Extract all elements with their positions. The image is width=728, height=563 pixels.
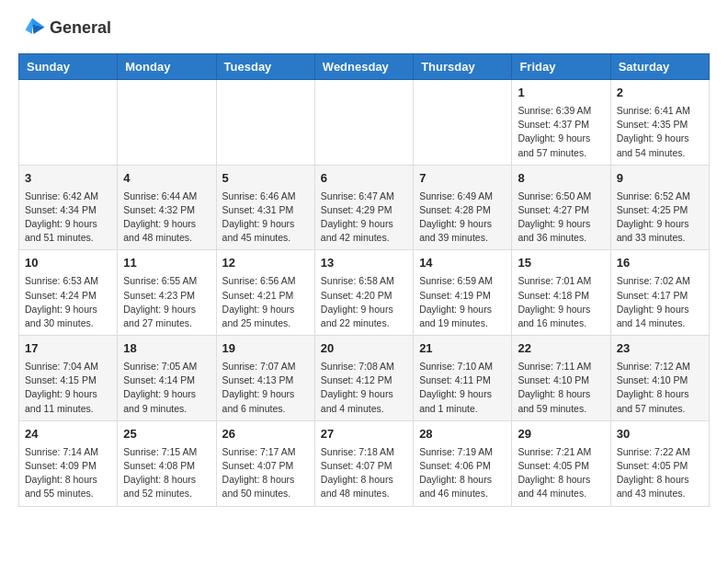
day-info: Sunrise: 7:04 AM Sunset: 4:15 PM Dayligh…: [25, 360, 111, 416]
day-number: 7: [419, 170, 506, 188]
day-number: 19: [222, 340, 309, 358]
day-number: 9: [617, 170, 703, 188]
day-number: 29: [518, 426, 604, 443]
calendar-week-row: 24Sunrise: 7:14 AM Sunset: 4:09 PM Dayli…: [19, 420, 710, 506]
day-info: Sunrise: 7:08 AM Sunset: 4:12 PM Dayligh…: [321, 360, 407, 416]
calendar-day-cell: 22Sunrise: 7:11 AM Sunset: 4:10 PM Dayli…: [512, 336, 610, 421]
calendar-day-cell: 1Sunrise: 6:39 AM Sunset: 4:37 PM Daylig…: [512, 80, 610, 166]
day-number: 24: [25, 426, 111, 443]
calendar-day-cell: 8Sunrise: 6:50 AM Sunset: 4:27 PM Daylig…: [512, 165, 610, 250]
weekday-header: Saturday: [610, 54, 709, 80]
calendar-day-cell: 5Sunrise: 6:46 AM Sunset: 4:31 PM Daylig…: [216, 165, 314, 250]
calendar-week-row: 10Sunrise: 6:53 AM Sunset: 4:24 PM Dayli…: [19, 250, 710, 336]
weekday-header: Thursday: [414, 54, 512, 80]
svg-marker-2: [26, 18, 33, 34]
day-number: 14: [419, 255, 506, 272]
calendar-day-cell: 30Sunrise: 7:22 AM Sunset: 4:05 PM Dayli…: [610, 420, 709, 506]
day-info: Sunrise: 7:19 AM Sunset: 4:06 PM Dayligh…: [419, 445, 506, 501]
day-info: Sunrise: 7:07 AM Sunset: 4:13 PM Dayligh…: [222, 360, 309, 416]
calendar-day-cell: 21Sunrise: 7:10 AM Sunset: 4:11 PM Dayli…: [414, 336, 512, 421]
weekday-header: Sunday: [19, 54, 118, 80]
calendar-day-cell: 26Sunrise: 7:17 AM Sunset: 4:07 PM Dayli…: [216, 420, 314, 506]
day-number: 27: [321, 426, 407, 443]
day-number: 23: [617, 340, 703, 358]
day-number: 26: [222, 426, 309, 443]
day-number: 6: [321, 170, 407, 188]
day-info: Sunrise: 7:12 AM Sunset: 4:10 PM Dayligh…: [617, 360, 703, 416]
calendar-day-cell: 3Sunrise: 6:42 AM Sunset: 4:34 PM Daylig…: [19, 165, 118, 250]
calendar-day-cell: 11Sunrise: 6:55 AM Sunset: 4:23 PM Dayli…: [118, 250, 216, 336]
day-info: Sunrise: 7:17 AM Sunset: 4:07 PM Dayligh…: [222, 445, 309, 501]
weekday-header: Friday: [512, 54, 610, 80]
calendar-day-cell: 23Sunrise: 7:12 AM Sunset: 4:10 PM Dayli…: [610, 336, 709, 421]
calendar-day-cell: 19Sunrise: 7:07 AM Sunset: 4:13 PM Dayli…: [216, 336, 314, 421]
weekday-header: Monday: [118, 54, 216, 80]
calendar-day-cell: [414, 80, 512, 166]
day-info: Sunrise: 6:53 AM Sunset: 4:24 PM Dayligh…: [25, 274, 111, 330]
calendar-day-cell: 4Sunrise: 6:44 AM Sunset: 4:32 PM Daylig…: [118, 165, 216, 250]
day-number: 10: [25, 255, 111, 272]
day-info: Sunrise: 6:41 AM Sunset: 4:35 PM Dayligh…: [617, 104, 703, 160]
calendar-day-cell: 29Sunrise: 7:21 AM Sunset: 4:05 PM Dayli…: [512, 420, 610, 506]
calendar-day-cell: 14Sunrise: 6:59 AM Sunset: 4:19 PM Dayli…: [414, 250, 512, 336]
day-info: Sunrise: 7:11 AM Sunset: 4:10 PM Dayligh…: [518, 360, 604, 416]
day-number: 28: [419, 426, 506, 443]
calendar-day-cell: 20Sunrise: 7:08 AM Sunset: 4:12 PM Dayli…: [314, 336, 413, 421]
calendar-day-cell: 15Sunrise: 7:01 AM Sunset: 4:18 PM Dayli…: [512, 250, 610, 336]
day-info: Sunrise: 6:52 AM Sunset: 4:25 PM Dayligh…: [617, 190, 703, 246]
day-number: 1: [518, 85, 604, 102]
day-number: 18: [123, 340, 210, 358]
day-info: Sunrise: 7:05 AM Sunset: 4:14 PM Dayligh…: [123, 360, 210, 416]
calendar-week-row: 1Sunrise: 6:39 AM Sunset: 4:37 PM Daylig…: [19, 80, 710, 166]
day-info: Sunrise: 7:10 AM Sunset: 4:11 PM Dayligh…: [419, 360, 506, 416]
calendar-day-cell: 2Sunrise: 6:41 AM Sunset: 4:35 PM Daylig…: [610, 80, 709, 166]
calendar-day-cell: 10Sunrise: 6:53 AM Sunset: 4:24 PM Dayli…: [19, 250, 118, 336]
day-info: Sunrise: 6:47 AM Sunset: 4:29 PM Dayligh…: [321, 190, 407, 246]
calendar-day-cell: 28Sunrise: 7:19 AM Sunset: 4:06 PM Dayli…: [414, 420, 512, 506]
day-info: Sunrise: 6:59 AM Sunset: 4:19 PM Dayligh…: [419, 274, 506, 330]
calendar-week-row: 3Sunrise: 6:42 AM Sunset: 4:34 PM Daylig…: [19, 165, 710, 250]
calendar-header-row: SundayMondayTuesdayWednesdayThursdayFrid…: [19, 54, 710, 80]
day-number: 30: [617, 426, 703, 443]
page: General SundayMondayTuesdayWednesdayThur…: [0, 0, 728, 522]
logo: General: [18, 15, 111, 42]
day-info: Sunrise: 6:39 AM Sunset: 4:37 PM Dayligh…: [518, 104, 604, 160]
calendar-day-cell: 12Sunrise: 6:56 AM Sunset: 4:21 PM Dayli…: [216, 250, 314, 336]
day-number: 5: [222, 170, 309, 188]
day-info: Sunrise: 7:21 AM Sunset: 4:05 PM Dayligh…: [518, 445, 604, 501]
calendar-day-cell: 6Sunrise: 6:47 AM Sunset: 4:29 PM Daylig…: [314, 165, 413, 250]
day-info: Sunrise: 7:02 AM Sunset: 4:17 PM Dayligh…: [617, 274, 703, 330]
calendar-day-cell: [19, 80, 118, 166]
calendar-day-cell: 13Sunrise: 6:58 AM Sunset: 4:20 PM Dayli…: [314, 250, 413, 336]
day-number: 2: [617, 85, 703, 102]
calendar-week-row: 17Sunrise: 7:04 AM Sunset: 4:15 PM Dayli…: [19, 336, 710, 421]
day-number: 15: [518, 255, 604, 272]
day-info: Sunrise: 7:01 AM Sunset: 4:18 PM Dayligh…: [518, 274, 604, 330]
header: General: [18, 15, 710, 42]
calendar-day-cell: [216, 80, 314, 166]
day-number: 12: [222, 255, 309, 272]
day-number: 13: [321, 255, 407, 272]
day-number: 8: [518, 170, 604, 188]
calendar-day-cell: 16Sunrise: 7:02 AM Sunset: 4:17 PM Dayli…: [610, 250, 709, 336]
calendar-day-cell: 17Sunrise: 7:04 AM Sunset: 4:15 PM Dayli…: [19, 336, 118, 421]
day-number: 22: [518, 340, 604, 358]
day-number: 21: [419, 340, 506, 358]
day-info: Sunrise: 6:50 AM Sunset: 4:27 PM Dayligh…: [518, 190, 604, 246]
day-info: Sunrise: 7:15 AM Sunset: 4:08 PM Dayligh…: [123, 445, 210, 501]
day-number: 11: [123, 255, 210, 272]
day-number: 3: [25, 170, 111, 188]
day-number: 16: [617, 255, 703, 272]
day-info: Sunrise: 6:42 AM Sunset: 4:34 PM Dayligh…: [25, 190, 111, 246]
day-info: Sunrise: 6:56 AM Sunset: 4:21 PM Dayligh…: [222, 274, 309, 330]
calendar-day-cell: 24Sunrise: 7:14 AM Sunset: 4:09 PM Dayli…: [19, 420, 118, 506]
day-info: Sunrise: 6:49 AM Sunset: 4:28 PM Dayligh…: [419, 190, 506, 246]
calendar-day-cell: [118, 80, 216, 166]
calendar-day-cell: [314, 80, 413, 166]
day-number: 25: [123, 426, 210, 443]
calendar-day-cell: 7Sunrise: 6:49 AM Sunset: 4:28 PM Daylig…: [414, 165, 512, 250]
day-number: 17: [25, 340, 111, 358]
weekday-header: Tuesday: [216, 54, 314, 80]
day-info: Sunrise: 6:58 AM Sunset: 4:20 PM Dayligh…: [321, 274, 407, 330]
calendar-day-cell: 9Sunrise: 6:52 AM Sunset: 4:25 PM Daylig…: [610, 165, 709, 250]
